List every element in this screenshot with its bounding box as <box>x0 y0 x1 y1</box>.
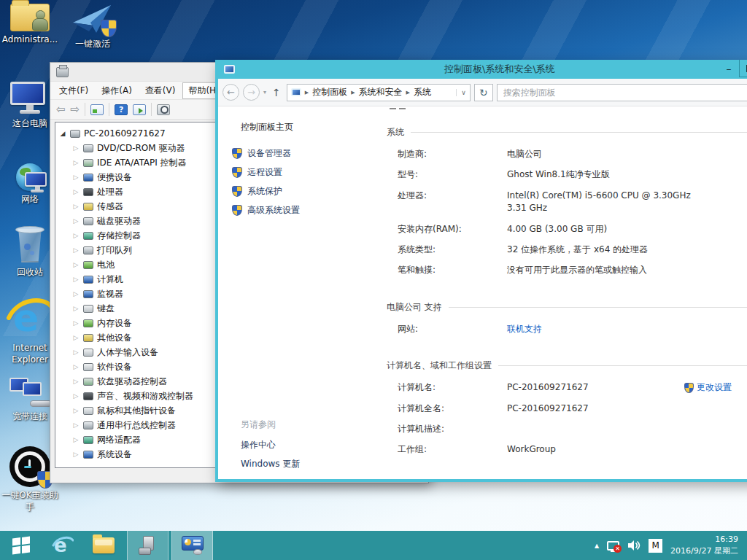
nav-up-button[interactable]: ↑ <box>272 87 281 98</box>
keyboard-icon <box>83 305 93 313</box>
collapsed-arrow-icon[interactable]: ▷ <box>72 305 80 312</box>
volume-icon[interactable] <box>627 540 640 551</box>
uac-shield-icon <box>684 383 694 393</box>
menu-view[interactable]: 查看(V) <box>139 82 182 99</box>
collapsed-arrow-icon[interactable]: ▷ <box>72 290 80 298</box>
collapsed-arrow-icon[interactable]: ▷ <box>72 276 80 283</box>
collapsed-arrow-icon[interactable]: ▷ <box>72 188 80 195</box>
system-info-panel: 系统 制造商:电脑公司 型号:Ghost Win8.1纯净专业版 处理器:Int… <box>379 106 747 479</box>
nav-back-button[interactable]: ← <box>222 84 239 101</box>
back-arrow-icon[interactable]: ⇦ <box>56 104 66 115</box>
floppy-controller-icon <box>83 378 93 386</box>
info-row: 制造商:电脑公司 <box>387 144 747 165</box>
search-input[interactable] <box>498 88 747 98</box>
window-title: 控制面板\系统和安全\系统 <box>218 63 747 76</box>
location-icon <box>291 88 301 96</box>
sidebar-item-system-protection[interactable]: 系统保护 <box>232 185 300 198</box>
info-row: 计算机名: PC-201609271627 更改设置 <box>387 378 747 398</box>
collapsed-arrow-icon[interactable]: ▷ <box>72 407 80 414</box>
device-manager-icon <box>138 536 158 555</box>
collapsed-arrow-icon[interactable]: ▷ <box>72 159 80 166</box>
desktop-icon-one-key-activate[interactable]: 一键激活 <box>63 4 122 50</box>
sidebar-item-advanced-settings[interactable]: 高级系统设置 <box>232 204 300 217</box>
action-pane-icon[interactable] <box>133 104 146 115</box>
sidebar-item-action-center[interactable]: 操作中心 <box>241 439 276 451</box>
internet-explorer-icon: e <box>6 296 54 340</box>
expanded-arrow-icon[interactable]: ◢ <box>59 130 66 137</box>
device-manager-app-icon <box>56 67 69 77</box>
collapsed-arrow-icon[interactable]: ▷ <box>72 392 80 400</box>
breadcrumb-control-panel[interactable]: 控制面板 <box>312 86 347 98</box>
sidebar-item-windows-update[interactable]: Windows 更新 <box>241 458 300 470</box>
ide-controller-icon <box>83 159 93 167</box>
folder-icon <box>93 537 115 553</box>
collapsed-arrow-icon[interactable]: ▷ <box>72 378 80 385</box>
ime-indicator[interactable]: M <box>649 539 662 553</box>
nav-forward-button[interactable]: → <box>243 84 260 101</box>
taskbar-device-manager-button[interactable] <box>127 531 169 560</box>
network-status-icon[interactable]: ✕ <box>607 541 619 551</box>
minimize-button[interactable]: – <box>718 60 740 77</box>
storage-controller-icon <box>83 232 93 240</box>
memory-icon <box>83 319 93 327</box>
taskbar-clock[interactable]: 16:39 2016/9/27 星期二 <box>670 534 738 557</box>
desktop-icon-label: Administra... <box>2 34 58 46</box>
info-row: 系统类型:32 位操作系统，基于 x64 的处理器 <box>387 240 747 260</box>
search-box <box>497 84 747 101</box>
collapsed-arrow-icon[interactable]: ▷ <box>72 421 80 429</box>
collapsed-arrow-icon[interactable]: ▷ <box>72 319 80 327</box>
desktop-icon-administrator[interactable]: Administra... <box>1 4 59 46</box>
control-panel-sidebar: 控制面板主页 设备管理器 远程设置 系统保护 高级系统设置 另请参阅 操作中心 … <box>218 106 379 479</box>
collapsed-arrow-icon[interactable]: ▷ <box>72 436 80 443</box>
collapsed-arrow-icon[interactable]: ▷ <box>72 174 80 181</box>
scan-hardware-icon[interactable] <box>157 104 170 115</box>
menu-action[interactable]: 操作(A) <box>96 82 138 99</box>
change-settings-link[interactable]: 更改设置 <box>684 381 732 394</box>
nav-history-dropdown-icon[interactable]: ▾ <box>263 89 266 96</box>
show-hidden-icons-button[interactable]: ▲ <box>595 542 599 549</box>
menu-file[interactable]: 文件(F) <box>53 82 94 99</box>
forward-arrow-icon[interactable]: ⇨ <box>71 104 80 115</box>
sensor-icon <box>83 203 93 211</box>
sidebar-item-home[interactable]: 控制面板主页 <box>241 121 293 133</box>
broadband-connection-icon <box>8 376 52 408</box>
taskbar-ie-button[interactable]: e <box>42 531 83 560</box>
print-queue-icon <box>83 246 93 254</box>
breadcrumb-system-security[interactable]: 系统和安全 <box>359 86 403 98</box>
system-window-titlebar[interactable]: 控制面板\系统和安全\系统 – <box>218 60 747 79</box>
collapsed-arrow-icon[interactable]: ▷ <box>72 144 80 152</box>
activation-plane-icon <box>71 4 114 36</box>
info-row: 网站: 联机支持 <box>387 319 747 340</box>
collapsed-arrow-icon[interactable]: ▷ <box>72 232 80 239</box>
sidebar-item-remote-settings[interactable]: 远程设置 <box>232 166 300 179</box>
sidebar-item-device-manager[interactable]: 设备管理器 <box>232 147 300 160</box>
taskbar-explorer-button[interactable] <box>83 531 124 560</box>
help-icon[interactable]: ? <box>115 104 128 115</box>
breadcrumb-dropdown-icon[interactable]: ∨ <box>456 89 466 96</box>
start-button[interactable] <box>0 531 42 560</box>
maximize-button[interactable] <box>739 60 747 77</box>
sound-controller-icon <box>83 392 93 400</box>
breadcrumb-separator-icon: ▶ <box>305 90 309 96</box>
system-tray: ▲ ✕ M 16:39 2016/9/27 星期二 <box>595 531 747 560</box>
collapsed-arrow-icon[interactable]: ▷ <box>72 261 80 268</box>
properties-icon[interactable] <box>90 104 104 115</box>
collapsed-arrow-icon[interactable]: ▷ <box>72 363 80 370</box>
network-adapter-icon <box>83 436 93 444</box>
collapsed-arrow-icon[interactable]: ▷ <box>72 246 80 254</box>
collapsed-arrow-icon[interactable]: ▷ <box>72 217 80 225</box>
tree-root-label: PC-201609271627 <box>84 128 166 139</box>
breadcrumb[interactable]: ▶ 控制面板 ▶ 系统和安全 ▶ 系统 ∨ <box>287 84 471 101</box>
online-support-link[interactable]: 联机支持 <box>507 323 542 335</box>
uac-shield-icon <box>232 148 242 159</box>
collapsed-arrow-icon[interactable]: ▷ <box>72 203 80 210</box>
info-row: 安装内存(RAM):4.00 GB (3.00 GB 可用) <box>387 219 747 240</box>
info-row: 计算机全名:PC-201609271627 <box>387 399 747 419</box>
collapsed-arrow-icon[interactable]: ▷ <box>72 451 80 458</box>
collapsed-arrow-icon[interactable]: ▷ <box>72 349 80 356</box>
taskbar-control-panel-button[interactable] <box>171 531 213 560</box>
refresh-button[interactable]: ↻ <box>474 84 493 101</box>
collapsed-arrow-icon[interactable]: ▷ <box>72 334 80 341</box>
breadcrumb-system[interactable]: 系统 <box>414 86 431 98</box>
breadcrumb-separator-icon: ▶ <box>406 90 410 96</box>
